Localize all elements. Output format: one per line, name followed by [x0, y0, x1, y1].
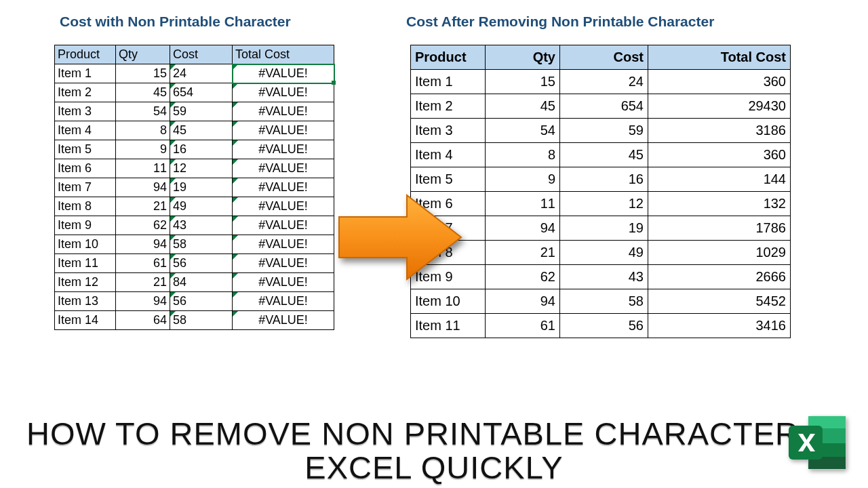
cell-product[interactable]: Item 10 [411, 289, 486, 314]
cell-total[interactable]: 360 [648, 70, 791, 94]
cell-product[interactable]: Item 2 [411, 94, 486, 119]
cell-qty[interactable]: 54 [486, 119, 560, 143]
cell-cost[interactable]: 59 [170, 102, 233, 121]
cell-product[interactable]: Item 14 [55, 311, 116, 330]
cell-total[interactable]: 3416 [648, 314, 791, 338]
cell-product[interactable]: Item 4 [55, 121, 116, 140]
cell-total[interactable]: 360 [648, 143, 791, 167]
cell-qty[interactable]: 64 [116, 311, 170, 330]
cell-cost[interactable]: 16 [170, 140, 233, 159]
cell-product[interactable]: Item 5 [411, 167, 486, 192]
cell-cost[interactable]: 19 [560, 216, 648, 241]
cell-cost[interactable]: 16 [560, 167, 648, 192]
cell-total[interactable]: #VALUE! [233, 121, 334, 140]
cell-product[interactable]: Item 4 [411, 143, 486, 167]
right-header-total[interactable]: Total Cost [648, 45, 791, 70]
cell-product[interactable]: Item 11 [411, 314, 486, 338]
cell-total[interactable]: #VALUE! [233, 292, 334, 311]
cell-cost[interactable]: 49 [170, 197, 233, 216]
cell-total[interactable]: #VALUE! [233, 178, 334, 197]
cell-qty[interactable]: 11 [116, 159, 170, 178]
cell-qty[interactable]: 15 [116, 64, 170, 83]
cell-qty[interactable]: 8 [116, 121, 170, 140]
cell-qty[interactable]: 94 [116, 292, 170, 311]
cell-product[interactable]: Item 11 [55, 254, 116, 273]
left-header-cost[interactable]: Cost [170, 45, 233, 64]
cell-qty[interactable]: 15 [486, 70, 560, 94]
cell-qty[interactable]: 94 [486, 289, 560, 314]
cell-total[interactable]: 29430 [648, 94, 791, 119]
cell-cost[interactable]: 58 [170, 311, 233, 330]
cell-total[interactable]: #VALUE! [233, 216, 334, 235]
cell-qty[interactable]: 9 [116, 140, 170, 159]
cell-qty[interactable]: 62 [486, 265, 560, 289]
right-header-cost[interactable]: Cost [560, 45, 648, 70]
left-header-qty[interactable]: Qty [116, 45, 170, 64]
cell-product[interactable]: Item 1 [411, 70, 486, 94]
cell-qty[interactable]: 94 [116, 178, 170, 197]
cell-product[interactable]: Item 3 [411, 119, 486, 143]
cell-qty[interactable]: 45 [486, 94, 560, 119]
cell-cost[interactable]: 58 [170, 235, 233, 254]
cell-total[interactable]: #VALUE! [233, 83, 334, 102]
cell-cost[interactable]: 654 [170, 83, 233, 102]
cell-cost[interactable]: 59 [560, 119, 648, 143]
cell-cost[interactable]: 84 [170, 273, 233, 292]
cell-product[interactable]: Item 5 [55, 140, 116, 159]
cell-total[interactable]: 5452 [648, 289, 791, 314]
cell-total[interactable]: #VALUE! [233, 254, 334, 273]
cell-product[interactable]: Item 13 [55, 292, 116, 311]
cell-total[interactable]: #VALUE! [233, 64, 334, 83]
cell-cost[interactable]: 43 [560, 265, 648, 289]
cell-total[interactable]: #VALUE! [233, 273, 334, 292]
cell-qty[interactable]: 61 [116, 254, 170, 273]
left-header-total[interactable]: Total Cost [233, 45, 334, 64]
cell-product[interactable]: Item 12 [55, 273, 116, 292]
cell-total[interactable]: #VALUE! [233, 140, 334, 159]
cell-cost[interactable]: 12 [170, 159, 233, 178]
cell-total[interactable]: #VALUE! [233, 235, 334, 254]
cell-qty[interactable]: 45 [116, 83, 170, 102]
cell-qty[interactable]: 61 [486, 314, 560, 338]
cell-qty[interactable]: 94 [486, 216, 560, 241]
cell-total[interactable]: #VALUE! [233, 197, 334, 216]
cell-qty[interactable]: 9 [486, 167, 560, 192]
cell-cost[interactable]: 56 [560, 314, 648, 338]
cell-cost[interactable]: 45 [170, 121, 233, 140]
cell-product[interactable]: Item 3 [55, 102, 116, 121]
cell-cost[interactable]: 49 [560, 241, 648, 265]
cell-cost[interactable]: 12 [560, 192, 648, 216]
cell-cost[interactable]: 654 [560, 94, 648, 119]
cell-product[interactable]: Item 6 [55, 159, 116, 178]
cell-cost[interactable]: 58 [560, 289, 648, 314]
cell-cost[interactable]: 24 [560, 70, 648, 94]
cell-product[interactable]: Item 1 [55, 64, 116, 83]
cell-cost[interactable]: 45 [560, 143, 648, 167]
cell-qty[interactable]: 11 [486, 192, 560, 216]
cell-cost[interactable]: 56 [170, 292, 233, 311]
cell-qty[interactable]: 21 [116, 197, 170, 216]
cell-total[interactable]: #VALUE! [233, 311, 334, 330]
cell-total[interactable]: #VALUE! [233, 102, 334, 121]
right-header-product[interactable]: Product [411, 45, 486, 70]
cell-qty[interactable]: 94 [116, 235, 170, 254]
cell-total[interactable]: 1029 [648, 241, 791, 265]
cell-qty[interactable]: 8 [486, 143, 560, 167]
cell-product[interactable]: Item 8 [55, 197, 116, 216]
cell-cost[interactable]: 43 [170, 216, 233, 235]
cell-total[interactable]: 3186 [648, 119, 791, 143]
cell-qty[interactable]: 21 [486, 241, 560, 265]
cell-total[interactable]: 132 [648, 192, 791, 216]
right-header-qty[interactable]: Qty [486, 45, 560, 70]
cell-qty[interactable]: 54 [116, 102, 170, 121]
cell-total[interactable]: 1786 [648, 216, 791, 241]
cell-total[interactable]: #VALUE! [233, 159, 334, 178]
cell-cost[interactable]: 56 [170, 254, 233, 273]
cell-qty[interactable]: 62 [116, 216, 170, 235]
cell-product[interactable]: Item 7 [55, 178, 116, 197]
cell-cost[interactable]: 24 [170, 64, 233, 83]
cell-total[interactable]: 2666 [648, 265, 791, 289]
cell-product[interactable]: Item 2 [55, 83, 116, 102]
cell-qty[interactable]: 21 [116, 273, 170, 292]
left-header-product[interactable]: Product [55, 45, 116, 64]
